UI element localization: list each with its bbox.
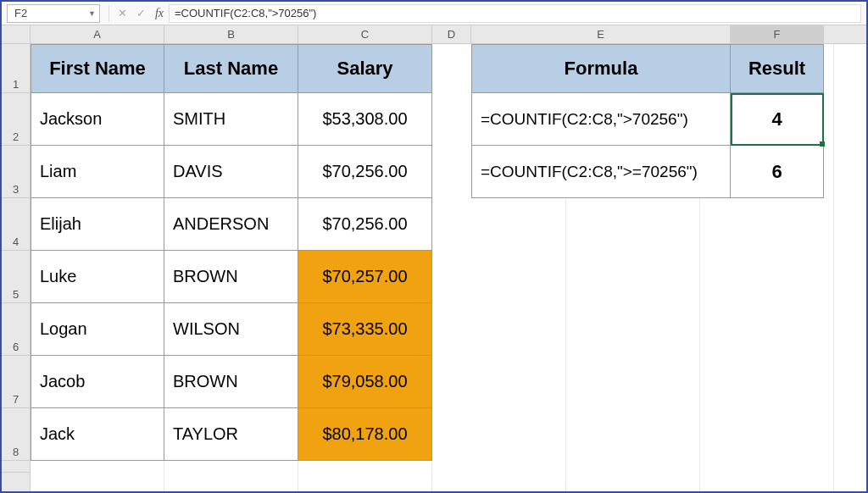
cell-result-2[interactable]: 6 (731, 146, 824, 198)
cell-first-1[interactable]: Jackson (31, 93, 164, 146)
select-all-corner[interactable] (2, 25, 31, 43)
col-header-a[interactable]: A (31, 25, 164, 43)
cell-first-4[interactable]: Luke (31, 251, 164, 303)
cell-salary-4[interactable]: $70,257.00 (298, 251, 432, 303)
name-box-value: F2 (14, 7, 27, 19)
row-header-1[interactable]: 1 (2, 44, 30, 93)
cell-salary-2[interactable]: $70,256.00 (298, 146, 432, 198)
cells-area[interactable]: First Name Last Name Salary Formula Resu… (31, 44, 866, 491)
cell-formula-1[interactable]: =COUNTIF(C2:C8,">70256") (471, 93, 731, 146)
col-header-d[interactable]: D (432, 25, 471, 43)
cell-salary-3[interactable]: $70,256.00 (298, 198, 432, 251)
cell-first-5[interactable]: Logan (31, 303, 164, 356)
header-result[interactable]: Result (731, 44, 824, 93)
cell-last-2[interactable]: DAVIS (164, 146, 298, 198)
spreadsheet-grid: A B C D E F 1 2 3 4 5 6 7 8 First Name L… (2, 25, 866, 491)
row-header-7[interactable]: 7 (2, 356, 30, 408)
name-box[interactable]: F2 ▼ (7, 4, 100, 23)
row-header-9[interactable] (2, 461, 30, 473)
col-header-c[interactable]: C (298, 25, 432, 43)
header-first-name[interactable]: First Name (31, 44, 164, 93)
cell-last-1[interactable]: SMITH (164, 93, 298, 146)
check-icon[interactable]: ✓ (131, 7, 150, 19)
header-salary[interactable]: Salary (298, 44, 432, 93)
cell-first-2[interactable]: Liam (31, 146, 164, 198)
row-header-4[interactable]: 4 (2, 198, 30, 251)
row-header-8[interactable]: 8 (2, 408, 30, 461)
chevron-down-icon[interactable]: ▼ (88, 9, 96, 18)
cell-salary-6[interactable]: $79,058.00 (298, 356, 432, 408)
row-header-6[interactable]: 6 (2, 303, 30, 356)
row-header-5[interactable]: 5 (2, 251, 30, 303)
col-header-b[interactable]: B (164, 25, 298, 43)
cell-salary-1[interactable]: $53,308.00 (298, 93, 432, 146)
cell-salary-7[interactable]: $80,178.00 (298, 408, 432, 461)
header-last-name[interactable]: Last Name (164, 44, 298, 93)
cell-first-6[interactable]: Jacob (31, 356, 164, 408)
separator (108, 5, 109, 22)
col-header-e[interactable]: E (471, 25, 731, 43)
cell-last-6[interactable]: BROWN (164, 356, 298, 408)
formula-input[interactable]: =COUNTIF(C2:C8,">70256") (169, 4, 861, 23)
col-header-f[interactable]: F (731, 25, 824, 43)
row-header-3[interactable]: 3 (2, 146, 30, 198)
cell-first-7[interactable]: Jack (31, 408, 164, 461)
cancel-icon[interactable]: ✕ (113, 7, 131, 19)
row-header-2[interactable]: 2 (2, 93, 30, 146)
cell-salary-5[interactable]: $73,335.00 (298, 303, 432, 356)
cell-last-4[interactable]: BROWN (164, 251, 298, 303)
cell-first-3[interactable]: Elijah (31, 198, 164, 251)
cell-result-1[interactable]: 4 (731, 93, 824, 146)
cell-formula-2[interactable]: =COUNTIF(C2:C8,">=70256") (471, 146, 731, 198)
cell-last-7[interactable]: TAYLOR (164, 408, 298, 461)
formula-bar: F2 ▼ ✕ ✓ fx =COUNTIF(C2:C8,">70256") (2, 2, 866, 25)
fx-icon[interactable]: fx (150, 7, 169, 20)
formula-input-value: =COUNTIF(C2:C8,">70256") (175, 7, 316, 19)
header-formula[interactable]: Formula (471, 44, 731, 93)
cell-last-3[interactable]: ANDERSON (164, 198, 298, 251)
row-headers: 1 2 3 4 5 6 7 8 (2, 44, 31, 491)
column-headers: A B C D E F (2, 25, 866, 44)
cell-last-5[interactable]: WILSON (164, 303, 298, 356)
